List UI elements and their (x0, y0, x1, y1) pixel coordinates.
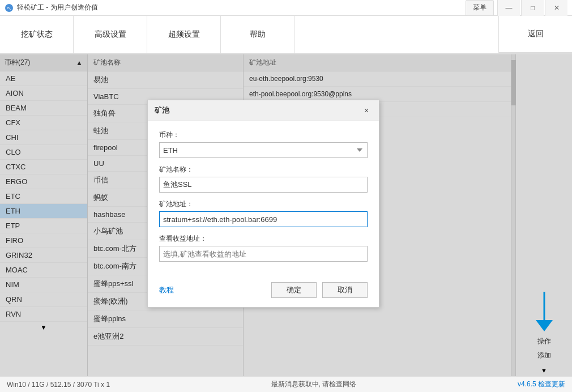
modal-actions: 教程 确定 取消 (148, 278, 379, 307)
app-logo: ⛏ (5, 3, 14, 12)
tab-advanced-settings[interactable]: 高级设置 (74, 16, 147, 53)
pool-addr-label: 矿池地址： (159, 199, 368, 209)
menu-button[interactable]: 菜单 (466, 0, 494, 16)
maximize-button[interactable]: □ (521, 0, 544, 16)
pool-addr-input[interactable] (159, 211, 368, 227)
modal-title: 矿池 (155, 105, 169, 116)
toolbar: 挖矿状态 高级设置 超频设置 帮助 返回 (0, 16, 572, 54)
modal-overlay: 矿池 × 币种： ETH 矿池名称： 矿池 (0, 54, 572, 376)
pool-modal: 矿池 × 币种： ETH 矿池名称： 矿池 (147, 100, 379, 308)
main-content: 币种(27) ▲ AE AION BEAM CFX CHI CLO CTXC E… (0, 54, 572, 376)
pool-addr-group: 矿池地址： (159, 199, 368, 227)
title-bar: ⛏ 轻松矿工 - 为用户创造价值 菜单 — □ ✕ (0, 0, 572, 16)
revenue-addr-group: 查看收益地址： (159, 234, 368, 262)
status-bar: Win10 / 11G / 512.15 / 3070 Ti x 1 最新消息获… (0, 376, 572, 392)
revenue-addr-input[interactable] (159, 246, 368, 262)
revenue-addr-label: 查看收益地址： (159, 234, 368, 244)
confirm-button[interactable]: 确定 (271, 282, 317, 298)
coin-type-select[interactable]: ETH (159, 142, 368, 158)
modal-close-button[interactable]: × (361, 105, 372, 116)
version-info[interactable]: v4.6.5 检查更新 (518, 380, 565, 389)
minimize-button[interactable]: — (497, 0, 520, 16)
window-controls: 菜单 — □ ✕ (466, 0, 567, 16)
tab-mining-status[interactable]: 挖矿状态 (0, 16, 74, 53)
tab-overclock-settings[interactable]: 超频设置 (147, 16, 221, 53)
svg-text:⛏: ⛏ (7, 6, 11, 11)
modal-title-bar: 矿池 × (148, 100, 379, 121)
back-button[interactable]: 返回 (498, 16, 572, 53)
close-button[interactable]: ✕ (545, 0, 567, 16)
pool-name-label: 矿池名称： (159, 165, 368, 174)
tutorial-link[interactable]: 教程 (159, 285, 174, 295)
pool-name-input[interactable] (159, 177, 368, 193)
pool-name-group: 矿池名称： (159, 165, 368, 193)
app-title: 轻松矿工 - 为用户创造价值 (17, 3, 466, 12)
cancel-button[interactable]: 取消 (322, 282, 368, 298)
network-msg: 最新消息获取中, 请检查网络 (271, 380, 357, 389)
tab-help[interactable]: 帮助 (221, 16, 294, 53)
coin-type-group: 币种： ETH (159, 130, 368, 158)
modal-body: 币种： ETH 矿池名称： 矿池地址： 查看收益地址： (148, 121, 379, 278)
coin-type-label: 币种： (159, 130, 368, 140)
toolbar-spacer (294, 16, 498, 53)
sys-info: Win10 / 11G / 512.15 / 3070 Ti x 1 (7, 381, 110, 389)
